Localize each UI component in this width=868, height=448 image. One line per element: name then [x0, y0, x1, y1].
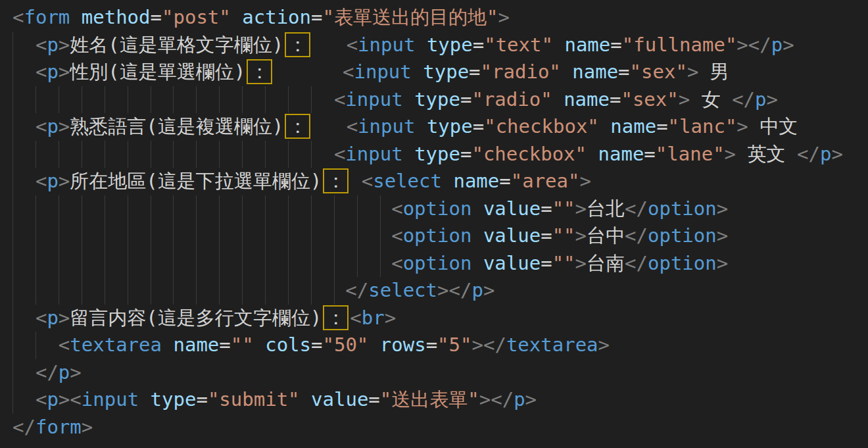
indent-guide — [173, 195, 174, 223]
code-token: "" — [552, 252, 575, 274]
indent-guide — [105, 250, 105, 278]
code-token: = — [541, 252, 552, 274]
code-line[interactable]: <p>性別(這是單選欄位)： <input type="radio" name=… — [12, 59, 868, 86]
code-token: = — [219, 334, 230, 356]
code-token: "checkbox" — [471, 143, 587, 165]
indent-guide — [357, 250, 358, 278]
indent-guide — [219, 141, 220, 168]
code-line[interactable]: </form> — [12, 414, 868, 441]
indent-guide — [311, 195, 312, 223]
code-token: < — [362, 170, 373, 192]
indent-guide — [288, 222, 289, 250]
code-token: < — [12, 6, 24, 28]
indent-guide — [196, 222, 197, 250]
indent-guide — [219, 250, 220, 278]
indent-guide — [334, 250, 335, 278]
indent-guide — [151, 277, 151, 305]
code-line[interactable]: <p><input type="submit" value="送出表單"></p… — [12, 386, 868, 414]
indent-guide — [173, 86, 174, 114]
code-token: = — [499, 170, 510, 192]
code-line[interactable]: <input type="radio" name="sex"> 女 </p> — [12, 86, 868, 114]
indent-guide — [82, 86, 82, 114]
code-token: </ — [797, 143, 820, 165]
code-token: </ — [748, 34, 771, 56]
code-token: </ — [625, 252, 648, 274]
code-line[interactable]: <option value="">台南</option> — [12, 250, 868, 278]
code-token: < — [343, 61, 354, 83]
code-token: > — [717, 252, 728, 274]
code-token: option — [648, 197, 717, 220]
code-token: name — [572, 61, 618, 83]
code-token: name — [598, 143, 644, 165]
code-token: type — [427, 34, 473, 56]
code-token: p — [471, 279, 483, 301]
indent-guide — [265, 195, 266, 223]
indent-guide — [151, 141, 151, 168]
code-line[interactable]: <p>姓名(這是單格文字欄位)： <input type="text" name… — [12, 32, 868, 59]
code-line[interactable]: <p>留言内容(這是多行文字欄位)：<br> — [12, 305, 868, 332]
indent-guide — [128, 222, 128, 250]
code-token: option — [648, 224, 717, 247]
code-token: </ — [732, 88, 755, 111]
indent-guide — [82, 250, 82, 278]
code-token: "radio" — [471, 88, 552, 111]
code-token: 男 — [698, 61, 729, 83]
code-token: 英文 — [736, 143, 797, 165]
code-token: </ — [36, 361, 59, 384]
code-token: name — [564, 88, 610, 111]
code-line[interactable]: </p> — [12, 359, 868, 387]
code-token: p — [820, 143, 831, 165]
code-token — [471, 197, 483, 220]
indent-whitespace — [12, 170, 36, 192]
code-line[interactable]: <option value="">台北</option> — [12, 195, 868, 223]
code-line[interactable]: <p>所在地區(這是下拉選單欄位)： <select name="area"> — [12, 168, 868, 195]
indent-guide — [334, 277, 335, 305]
code-token: form — [24, 6, 70, 28]
indent-whitespace — [12, 34, 36, 56]
code-token: "表單送出的目的地" — [322, 6, 498, 28]
indent-guide — [265, 86, 266, 114]
code-token: value — [483, 197, 541, 220]
indent-guide — [128, 277, 128, 305]
code-line[interactable]: </select></p> — [12, 277, 868, 305]
code-token — [70, 6, 81, 28]
code-line[interactable]: <option value="">台中</option> — [12, 222, 868, 250]
code-token: p — [47, 34, 58, 56]
indent-guide — [12, 113, 13, 141]
code-token — [312, 115, 346, 137]
indent-guide — [242, 222, 243, 250]
indent-guide — [12, 359, 13, 387]
code-token: < — [347, 34, 358, 56]
code-token: "sex" — [621, 88, 678, 111]
code-token: textarea — [70, 334, 162, 356]
code-line[interactable]: <p>熟悉語言(這是複選欄位)： <input type="checkbox" … — [12, 113, 868, 141]
code-line[interactable]: <textarea name="" cols="50" rows="5"></t… — [12, 332, 868, 359]
code-token: "checkbox" — [484, 115, 599, 137]
code-token: form — [36, 416, 82, 438]
indent-guide — [219, 222, 220, 250]
code-token: name — [453, 170, 499, 192]
code-token: > — [575, 252, 587, 274]
code-token: > — [82, 416, 93, 438]
indent-guide — [357, 195, 358, 223]
code-token: > — [385, 307, 396, 329]
code-line[interactable]: <form method="post" action="表單送出的目的地"> — [12, 4, 868, 32]
code-token: 所在地區(這是下拉選單欄位) — [70, 170, 322, 192]
code-line[interactable]: <input type="checkbox" name="lane"> 英文 <… — [12, 141, 868, 168]
indent-guide — [59, 141, 59, 168]
code-token: p — [47, 61, 58, 83]
code-token: type — [423, 61, 469, 83]
code-token: > — [59, 307, 70, 329]
indent-guide — [12, 222, 13, 250]
indent-guide — [242, 277, 243, 305]
code-token: = — [196, 388, 207, 411]
indent-guide — [12, 59, 13, 86]
indent-guide — [151, 250, 151, 278]
code-token: "5" — [437, 334, 471, 356]
indent-guide — [12, 332, 13, 359]
indent-guide — [196, 195, 197, 223]
code-token: < — [36, 115, 47, 137]
code-editor[interactable]: <form method="post" action="表單送出的目的地"> <… — [12, 4, 868, 441]
unicode-highlighted-char: ： — [247, 59, 272, 84]
code-token: p — [771, 34, 783, 56]
